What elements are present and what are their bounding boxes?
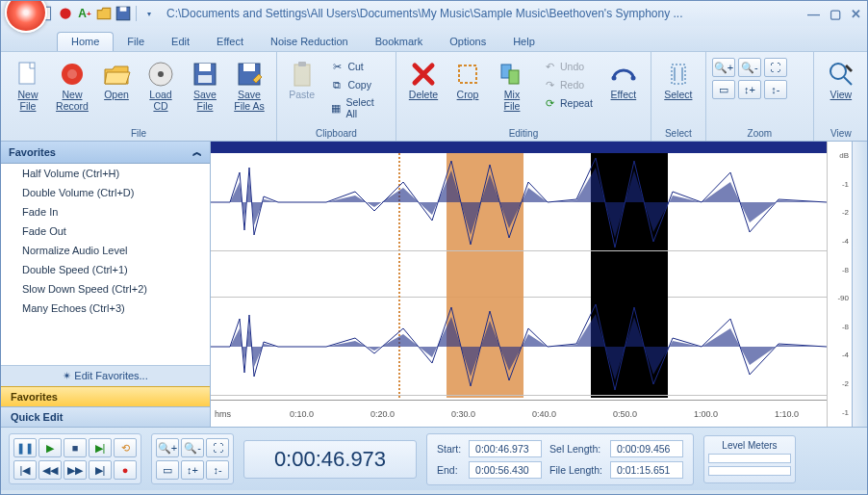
zoom-fit-2-button[interactable]: ⛶	[206, 438, 229, 457]
mix-file-button[interactable]: MixFile	[491, 56, 533, 115]
zoom-v-in-button[interactable]: ↕+	[738, 80, 761, 99]
go-start-button[interactable]: |◀	[13, 460, 37, 480]
svg-rect-13	[243, 64, 255, 71]
vertical-scrollbar[interactable]	[852, 142, 867, 427]
tab-file[interactable]: File	[114, 33, 158, 51]
svg-rect-21	[672, 65, 685, 84]
cut-button[interactable]: ✂Cut	[326, 58, 386, 75]
zoom-in-button[interactable]: 🔍+	[712, 58, 735, 77]
pause-button[interactable]: ❚❚	[13, 438, 37, 457]
svg-rect-16	[459, 65, 476, 83]
transport-controls: ❚❚ ▶ ■ ▶| ⟲ |◀ ◀◀ ▶▶ ▶| ●	[9, 433, 141, 484]
load-cd-button[interactable]: LoadCD	[140, 56, 182, 115]
copy-icon: ⧉	[330, 78, 344, 91]
paste-button[interactable]: Paste	[283, 56, 320, 104]
forward-button[interactable]: ▶▶	[64, 460, 87, 480]
save-file-button[interactable]: SaveFile	[184, 56, 226, 115]
zoom-vin-2-button[interactable]: ↕+	[181, 460, 204, 480]
qt-open-icon[interactable]	[95, 5, 113, 22]
undo-button[interactable]: ↶Undo	[539, 58, 597, 75]
play-button[interactable]: ▶	[38, 438, 62, 457]
list-item[interactable]: Double Speed (Ctrl+1)	[1, 260, 210, 279]
sidebar-cat-favorites[interactable]: Favorites	[1, 386, 210, 406]
waveform-canvas[interactable]: hms 0:10.0 0:20.0 0:30.0 0:40.0 0:50.0 1…	[211, 142, 827, 427]
select-all-icon: ▦	[330, 101, 342, 115]
redo-button[interactable]: ↷Redo	[539, 76, 597, 93]
svg-rect-15	[298, 62, 306, 66]
qt-font-icon[interactable]: A+	[76, 5, 93, 22]
tab-effect[interactable]: Effect	[203, 33, 257, 51]
file-length-value: 0:01:15.651	[610, 461, 683, 479]
list-item[interactable]: Slow Down Speed (Ctrl+2)	[1, 279, 210, 299]
effect-button[interactable]: Effect	[602, 56, 645, 104]
qt-record-icon[interactable]	[57, 5, 74, 22]
list-item[interactable]: Double Volume (Ctrl+D)	[1, 183, 210, 202]
list-item[interactable]: Many Echoes (Ctrl+3)	[1, 299, 210, 318]
list-item[interactable]: Fade Out	[1, 221, 210, 241]
collapse-icon[interactable]: ︽	[192, 145, 202, 159]
selection-info: Start:0:00:46.973 Sel Length:0:00:09.456…	[437, 440, 683, 479]
edit-favorites-button[interactable]: ✴ Edit Favorites...	[1, 365, 210, 386]
tab-bookmark[interactable]: Bookmark	[362, 33, 437, 51]
close-button[interactable]: ✕	[851, 7, 861, 21]
repeat-button[interactable]: ⟳Repeat	[539, 94, 597, 112]
time-ruler[interactable]: hms 0:10.0 0:20.0 0:30.0 0:40.0 0:50.0 1…	[211, 400, 827, 427]
open-button[interactable]: Open	[95, 56, 138, 104]
sidebar-cat-quickedit[interactable]: Quick Edit	[1, 406, 210, 427]
svg-rect-4	[19, 63, 35, 84]
select-all-button[interactable]: ▦Select All	[326, 94, 386, 121]
favorites-list: Half Volume (Ctrl+H) Double Volume (Ctrl…	[1, 164, 210, 365]
rewind-button[interactable]: ◀◀	[38, 460, 62, 480]
maximize-button[interactable]: ▢	[830, 7, 841, 21]
ribbon-tabs: Home File Edit Effect Noise Reduction Bo…	[57, 28, 549, 51]
tab-help[interactable]: Help	[499, 33, 549, 51]
zoom-fit-button[interactable]: ⛶	[764, 58, 787, 77]
undo-icon: ↶	[543, 60, 556, 73]
group-label-zoom: Zoom	[706, 126, 813, 141]
svg-point-6	[67, 69, 77, 79]
delete-button[interactable]: Delete	[402, 56, 445, 104]
repeat-icon: ⟳	[543, 96, 556, 110]
loop-button[interactable]: ⟲	[114, 438, 137, 457]
play-sel-button[interactable]: ▶|	[89, 438, 112, 457]
list-item[interactable]: Half Volume (Ctrl+H)	[1, 164, 210, 183]
zoom-v-out-button[interactable]: ↕-	[764, 80, 787, 99]
time-display: 0:00:46.973	[243, 440, 417, 479]
tab-edit[interactable]: Edit	[158, 33, 203, 51]
level-meters: Level Meters	[703, 435, 796, 483]
tab-options[interactable]: Options	[436, 33, 499, 51]
tab-noise[interactable]: Noise Reduction	[257, 33, 362, 51]
zoom-sel-button[interactable]: ▭	[712, 80, 735, 99]
zoom-vout-2-button[interactable]: ↕-	[206, 460, 229, 480]
zoom-out-button[interactable]: 🔍-	[738, 58, 761, 77]
sel-length-value: 0:00:09.456	[610, 440, 683, 457]
new-file-button[interactable]: NewFile	[7, 56, 49, 115]
new-record-button[interactable]: NewRecord	[51, 56, 93, 115]
svg-rect-10	[199, 64, 211, 71]
zoom-sel-2-button[interactable]: ▭	[156, 460, 179, 480]
qt-dropdown-icon[interactable]: ▾	[140, 5, 158, 22]
qt-save-icon[interactable]	[115, 5, 132, 22]
tab-home[interactable]: Home	[57, 32, 114, 51]
svg-point-8	[158, 71, 164, 77]
zoom-in-2-button[interactable]: 🔍+	[156, 438, 179, 457]
db-scale: dB -1 -2 -4 -8 -90 -8 -4 -2 -1	[827, 142, 852, 427]
save-as-button[interactable]: SaveFile As	[228, 56, 270, 115]
svg-point-20	[630, 76, 635, 81]
select-button[interactable]: Select	[657, 56, 700, 104]
svg-point-19	[611, 76, 616, 81]
copy-button[interactable]: ⧉Copy	[326, 76, 386, 93]
group-label-editing: Editing	[396, 126, 651, 141]
sidebar-header: Favorites	[9, 146, 56, 158]
view-button[interactable]: View	[820, 56, 862, 104]
app-menu-button[interactable]	[5, 0, 47, 33]
svg-rect-3	[120, 7, 127, 12]
crop-button[interactable]: Crop	[447, 56, 489, 104]
minimize-button[interactable]: —	[807, 7, 820, 21]
record-button[interactable]: ●	[114, 460, 137, 480]
stop-button[interactable]: ■	[64, 438, 87, 457]
list-item[interactable]: Fade In	[1, 202, 210, 221]
zoom-out-2-button[interactable]: 🔍-	[181, 438, 204, 457]
go-end-button[interactable]: ▶|	[89, 460, 112, 480]
list-item[interactable]: Normalize Audio Level	[1, 241, 210, 260]
